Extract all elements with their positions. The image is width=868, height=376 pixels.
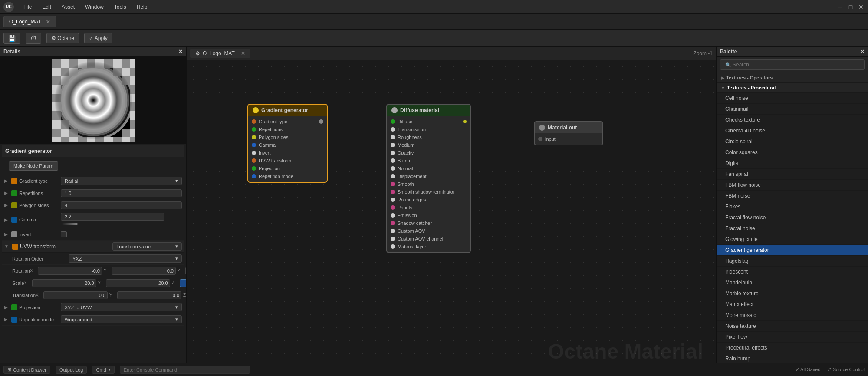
palette-item-circle-spiral[interactable]: Circle spiral (717, 136, 868, 147)
node-canvas: ⚙ O_Logo_MAT ✕ Zoom -1 Gradient generato (187, 47, 716, 363)
node-pin-material-layer: Material layer (387, 243, 470, 251)
scale-x-input[interactable] (32, 279, 96, 287)
dropdown-uvw-transform[interactable]: Transform value ▾ (112, 242, 182, 251)
canvas-close-icon[interactable]: ✕ (241, 50, 245, 56)
status-bar: ⊞ Content Drawer Output Log Cmd ▾ ✓ All … (0, 363, 868, 376)
pin-label-opacity: Opacity (398, 150, 414, 155)
node-material-out[interactable]: Material out input (534, 121, 603, 145)
translation-z-label: Z (183, 293, 186, 297)
palette-list: ▶ Textures - Operators ▼ Textures - Proc… (717, 73, 868, 363)
expand-arrow-projection[interactable]: ▶ (4, 305, 8, 310)
palette-item-hagelslag[interactable]: Hagelslag (717, 256, 868, 267)
palette-item-marble-texture[interactable]: Marble texture (717, 288, 868, 299)
section-uvw-transform[interactable]: ▼ UVW transform Transform value ▾ (2, 241, 184, 253)
node-gradient-generator[interactable]: Gradient generator Gradient type Repetit… (247, 104, 328, 183)
palette-item-gradient-generator[interactable]: Gradient generator (717, 245, 868, 256)
menu-help[interactable]: Help (132, 2, 152, 12)
scale-y-input[interactable] (106, 279, 170, 287)
menu-file[interactable]: File (19, 2, 36, 12)
palette-item-flakes[interactable]: Flakes (717, 201, 868, 212)
node-pin-displacement: Displacement (387, 172, 470, 180)
expand-arrow-invert[interactable]: ▶ (4, 232, 8, 237)
octane-button[interactable]: ⚙ Octane (46, 33, 79, 43)
palette-item-fan-spiral[interactable]: Fan spiral (717, 169, 868, 180)
property-value-invert (61, 231, 182, 237)
close-button[interactable]: ✕ (858, 3, 865, 10)
palette-item-fbm-noise[interactable]: FBM noise (717, 191, 868, 201)
menu-asset[interactable]: Asset (57, 2, 79, 12)
palette-item-moire-mosaic[interactable]: Moire mosaic (717, 310, 868, 321)
palette-search-input[interactable] (720, 59, 865, 70)
palette-close-button[interactable]: ✕ (860, 49, 865, 55)
palette-item-noise-texture[interactable]: Noise texture (717, 321, 868, 332)
rotation-x-input[interactable] (38, 267, 102, 275)
label-text-translation: Translation (12, 293, 36, 298)
canvas-tab-label: O_Logo_MAT (203, 50, 235, 56)
save-button[interactable]: 💾 (3, 33, 20, 44)
input-repetitions[interactable]: 1.0 (61, 189, 182, 197)
translation-y-input[interactable] (117, 291, 181, 299)
palette-item-chainmail[interactable]: Chainmail (717, 104, 868, 115)
output-log-button[interactable]: Output Log (56, 366, 87, 374)
minimize-button[interactable]: ─ (837, 3, 844, 10)
rotation-y-input[interactable] (112, 267, 176, 275)
palette-item-fbm-flow-noise[interactable]: FBM flow noise (717, 180, 868, 191)
palette-category-procedural[interactable]: ▼ Textures - Procedural (717, 83, 868, 93)
palette-item-fractal-noise[interactable]: Fractal noise (717, 223, 868, 234)
checkbox-invert[interactable] (61, 231, 67, 237)
expand-arrow-repetitions[interactable]: ▶ (4, 191, 8, 195)
palette-item-mandelbulb[interactable]: Mandelbulb (717, 277, 868, 288)
dropdown-gradient-type[interactable]: Radial ▾ (61, 177, 182, 185)
menu-window[interactable]: Window (81, 2, 108, 12)
palette-item-color-squares[interactable]: Color squares (717, 147, 868, 158)
menu-edit[interactable]: Edit (38, 2, 56, 12)
menu-tools[interactable]: Tools (110, 2, 131, 12)
scale-z-input[interactable] (180, 279, 186, 287)
palette-item-cell-noise[interactable]: Cell noise (717, 93, 868, 104)
expand-arrow-gamma[interactable]: ▶ (4, 218, 8, 222)
palette-item-glowing-circle[interactable]: Glowing circle (717, 234, 868, 245)
input-polygon-sides[interactable]: 4 (61, 201, 182, 209)
history-button[interactable]: ⏱ (26, 33, 41, 44)
expand-arrow-gradient-type[interactable]: ▶ (4, 178, 8, 183)
canvas-tab[interactable]: ⚙ O_Logo_MAT ✕ (190, 49, 250, 58)
palette-item-checks-texture[interactable]: Checks texture (717, 115, 868, 125)
translation-x-input[interactable] (43, 291, 108, 299)
node-body-matout: input (535, 133, 602, 145)
palette-item-fractal-flow-noise[interactable]: Fractal flow noise (717, 212, 868, 223)
content-drawer-button[interactable]: ⊞ Content Drawer (3, 366, 50, 374)
expand-arrow-polygon-sides[interactable]: ▶ (4, 203, 8, 208)
palette-item-digits[interactable]: Digits (717, 158, 868, 169)
apply-button[interactable]: ✓ Apply (84, 33, 112, 43)
node-pin-gradient-type: Gradient type (248, 118, 327, 125)
details-close-button[interactable]: ✕ (178, 49, 183, 55)
property-value-translation: X Y Z (36, 291, 186, 299)
property-value-polygon-sides: 4 (61, 201, 182, 209)
palette-category-operators[interactable]: ▶ Textures - Operators (717, 73, 868, 83)
node-header-matout: Material out (535, 122, 602, 133)
canvas-area[interactable]: Gradient generator Gradient type Repetit… (187, 60, 716, 363)
palette-item-rain-bump[interactable]: Rain bump (717, 353, 868, 363)
palette-item-matrix-effect[interactable]: Matrix effect (717, 299, 868, 310)
cmd-button[interactable]: Cmd ▾ (92, 366, 114, 374)
node-pin-bump: Bump (387, 157, 470, 165)
palette-item-cinema-4d-noise[interactable]: Cinema 4D noise (717, 125, 868, 136)
dropdown-rotation-order[interactable]: YXZ ▾ (69, 254, 182, 263)
palette-item-pixel-flow[interactable]: Pixel flow (717, 332, 868, 343)
tab-o-logo-mat[interactable]: O_Logo_MAT ✕ (3, 16, 56, 27)
dropdown-projection[interactable]: XYZ to UVW ▾ (61, 303, 182, 311)
make-node-param-button[interactable]: Make Node Param (9, 161, 58, 171)
tab-close-button[interactable]: ✕ (46, 18, 51, 25)
pin-dot-medium (391, 143, 395, 147)
input-gamma[interactable]: 2.2 (61, 213, 164, 221)
label-text-repetition-mode: Repetition mode (19, 317, 54, 322)
palette-item-procedural-effects[interactable]: Procedural effects (717, 343, 868, 353)
node-diffuse-material[interactable]: Diffuse material Diffuse Transmission R (386, 104, 471, 253)
maximize-button[interactable]: □ (847, 3, 854, 10)
palette-item-iridescent[interactable]: Iridescent (717, 267, 868, 277)
console-input[interactable] (120, 366, 250, 374)
expand-arrow-repetition-mode[interactable]: ▶ (4, 317, 8, 322)
label-text-gamma: Gamma (19, 217, 36, 222)
dropdown-repetition-mode[interactable]: Wrap around ▾ (61, 315, 182, 323)
rotation-z-input[interactable] (185, 267, 186, 275)
